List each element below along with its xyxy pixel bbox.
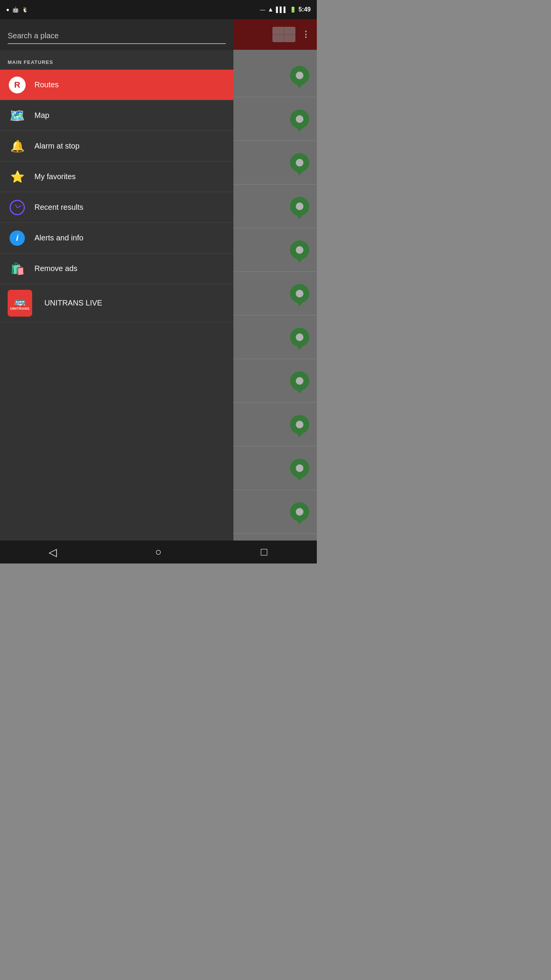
wifi-icon: ▲ (267, 6, 274, 13)
routes-icon-container: R (8, 75, 27, 95)
info-icon: i (10, 230, 25, 246)
menu-item-alarm[interactable]: 🔔 Alarm at stop (0, 131, 233, 162)
bag-icon-container: 🛍️ (8, 259, 27, 278)
routes-label: Routes (34, 80, 59, 89)
unitrans-label: UNITRANS LIVE (44, 299, 102, 307)
alerts-label: Alerts and info (34, 234, 83, 242)
recent-apps-button[interactable]: □ (253, 541, 276, 564)
battery-icon: 🔋 (290, 7, 296, 13)
clock-icon-container (8, 198, 27, 217)
status-bar: ● 🤖 🐧 — ▲ ▌▌▌ 🔋 5:49 (0, 0, 317, 19)
menu-item-alerts[interactable]: i Alerts and info (0, 223, 233, 253)
home-button[interactable]: ○ (147, 541, 170, 564)
bag-icon: 🛍️ (10, 262, 24, 275)
alarm-icon-container: 🔔 (8, 137, 27, 156)
unitrans-icon-container: 🚌 UNITRANS (8, 288, 38, 318)
status-bar-left-icons: ● 🤖 🐧 (6, 7, 28, 13)
status-bar-right-icons: — ▲ ▌▌▌ 🔋 5:49 (260, 6, 311, 13)
info-icon-container: i (8, 229, 27, 248)
map-icon: 🗺️ (10, 108, 25, 123)
search-input[interactable] (8, 28, 226, 44)
unitrans-bus-icon: 🚌 (14, 296, 26, 307)
clock-display: 5:49 (298, 6, 311, 13)
menu-items-list: R Routes 🗺️ Map 🔔 Alarm at stop (0, 70, 233, 541)
routes-icon: R (9, 77, 26, 93)
unitrans-icon-text: UNITRANS (10, 307, 30, 310)
menu-item-map[interactable]: 🗺️ Map (0, 100, 233, 131)
alarm-label: Alarm at stop (34, 142, 80, 150)
menu-item-favorites[interactable]: ⭐ My favorites (0, 162, 233, 192)
navigation-drawer: MAIN FEATURES R Routes 🗺️ Map 🔔 (0, 19, 233, 541)
notification-icon: 🤖 (12, 7, 19, 13)
signal-bars-icon: ▌▌▌ (276, 7, 287, 13)
back-icon: ◁ (49, 546, 57, 559)
star-icon: ⭐ (10, 170, 24, 183)
menu-item-recent[interactable]: Recent results (0, 192, 233, 223)
overlay (230, 19, 317, 541)
clock-icon (10, 200, 25, 215)
alarm-icon: 🔔 (10, 139, 24, 153)
map-icon-container: 🗺️ (8, 106, 27, 125)
back-button[interactable]: ◁ (41, 541, 64, 564)
home-icon: ○ (155, 546, 162, 558)
menu-item-unitrans[interactable]: 🚌 UNITRANS UNITRANS LIVE (0, 284, 233, 322)
removeads-label: Remove ads (34, 264, 77, 273)
unitrans-icon: 🚌 UNITRANS (8, 290, 32, 317)
map-label: Map (34, 111, 49, 120)
recent-label: Recent results (34, 203, 83, 212)
star-icon-container: ⭐ (8, 167, 27, 186)
menu-item-removeads[interactable]: 🛍️ Remove ads (0, 253, 233, 284)
recent-apps-icon: □ (261, 546, 267, 558)
bottom-nav: ◁ ○ □ (0, 541, 317, 564)
minus-icon: — (260, 7, 265, 13)
search-section (0, 19, 233, 50)
main-container: ⋮ (0, 19, 317, 541)
android-icon: 🐧 (22, 7, 28, 13)
favorites-label: My favorites (34, 172, 76, 181)
signal-icon: ● (6, 7, 9, 13)
menu-item-routes[interactable]: R Routes (0, 70, 233, 100)
main-features-label: MAIN FEATURES (0, 50, 233, 70)
